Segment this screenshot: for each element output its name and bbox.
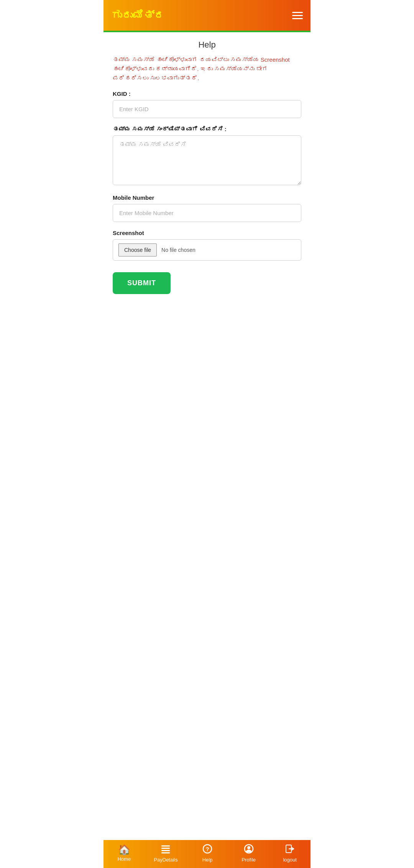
main-content: Help ತಮ್ಮ ಸಮಸ್ಯೆ ಹಂಚಿಕೊಳ್ಳುವಾಗ ದಯವಿಟ್ಟು … bbox=[104, 32, 310, 868]
file-input-wrapper: Choose file No file chosen bbox=[113, 239, 301, 261]
problem-label: ತಮ್ಮ ಸಮಸ್ಯೆ ಸಂಕ್ಷಿಪ್ತವಾಗಿ ವಿವರಿಸಿ : bbox=[113, 126, 301, 132]
kgid-label: KGID : bbox=[113, 90, 301, 97]
mobile-field-group: Mobile Number bbox=[113, 194, 301, 222]
nav-label-logout: logout bbox=[283, 857, 296, 863]
nav-item-paydetails[interactable]: PayDetails bbox=[154, 844, 177, 863]
app-header: ಗುರುಮಿತ್ರ bbox=[104, 0, 310, 31]
nav-item-profile[interactable]: Profile bbox=[237, 844, 260, 863]
hamburger-menu-button[interactable] bbox=[292, 12, 303, 19]
logout-icon bbox=[285, 844, 295, 855]
svg-rect-1 bbox=[161, 848, 170, 849]
choose-file-button[interactable]: Choose file bbox=[118, 243, 157, 256]
kgid-field-group: KGID : bbox=[113, 90, 301, 118]
page-title: Help bbox=[113, 40, 301, 50]
home-icon: 🏠 bbox=[118, 845, 130, 855]
nav-item-home[interactable]: 🏠 Home bbox=[113, 845, 136, 862]
bottom-nav: 🏠 Home PayDetails ? Help bbox=[104, 840, 310, 868]
nav-label-help: Help bbox=[202, 857, 213, 863]
mobile-label: Mobile Number bbox=[113, 194, 301, 201]
app-logo: ಗುರುಮಿತ್ರ bbox=[111, 9, 165, 22]
help-icon: ? bbox=[202, 844, 212, 855]
nav-item-help[interactable]: ? Help bbox=[196, 844, 219, 863]
screenshot-field-group: Screenshot Choose file No file chosen bbox=[113, 230, 301, 261]
nav-label-home: Home bbox=[117, 856, 131, 862]
nav-label-paydetails: PayDetails bbox=[154, 857, 177, 863]
svg-rect-2 bbox=[161, 850, 170, 851]
problem-textarea[interactable] bbox=[113, 135, 301, 185]
svg-rect-0 bbox=[161, 845, 170, 847]
paydetails-icon bbox=[161, 844, 171, 855]
submit-button[interactable]: SUBMIT bbox=[113, 272, 171, 294]
svg-rect-3 bbox=[161, 852, 170, 853]
screenshot-label: Screenshot bbox=[113, 230, 301, 236]
nav-label-profile: Profile bbox=[242, 857, 256, 863]
nav-item-logout[interactable]: logout bbox=[278, 844, 301, 863]
mobile-input[interactable] bbox=[113, 204, 301, 222]
svg-point-7 bbox=[247, 846, 250, 849]
info-text: ತಮ್ಮ ಸಮಸ್ಯೆ ಹಂಚಿಕೊಳ್ಳುವಾಗ ದಯವಿಟ್ಟು ಸಮಸ್ಯ… bbox=[113, 55, 301, 83]
kgid-input[interactable] bbox=[113, 100, 301, 118]
svg-text:?: ? bbox=[205, 846, 209, 852]
no-file-text: No file chosen bbox=[161, 247, 196, 253]
problem-field-group: ತಮ್ಮ ಸಮಸ್ಯೆ ಸಂಕ್ಷಿಪ್ತವಾಗಿ ವಿವರಿಸಿ : bbox=[113, 126, 301, 187]
profile-icon bbox=[244, 844, 254, 855]
